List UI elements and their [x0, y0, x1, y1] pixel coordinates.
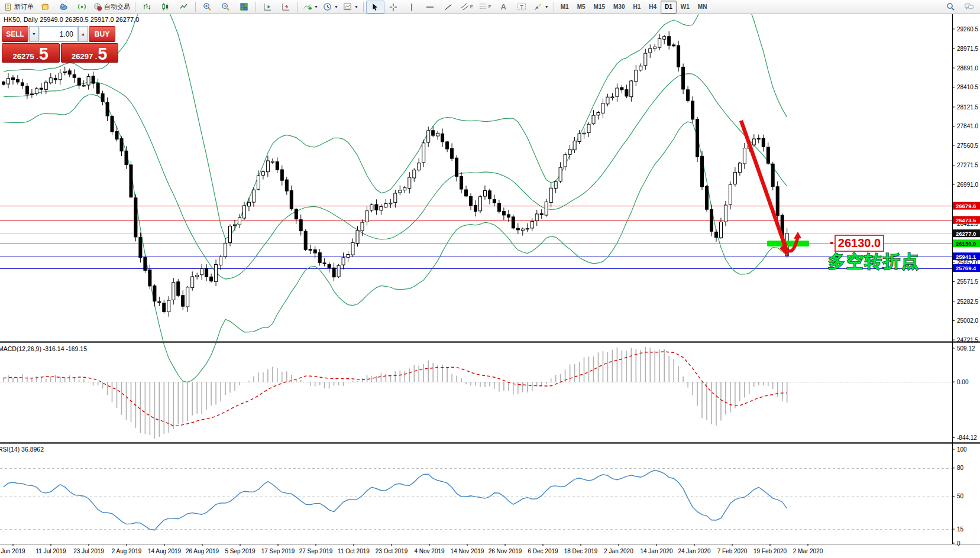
chart-shift-button[interactable]: [258, 1, 277, 14]
buy-price[interactable]: 26297 . 5: [61, 43, 119, 63]
channel-tool-button[interactable]: E: [458, 1, 476, 14]
buy-button[interactable]: BUY: [89, 26, 115, 42]
caret-down-icon: ▼: [314, 5, 318, 9]
mt4-window: 26130.0多空转折点MACD(12,26,9) -316.14 -169.1…: [0, 0, 980, 558]
svg-text:25282.5: 25282.5: [957, 299, 979, 305]
clock-icon: [323, 2, 332, 11]
svg-text:27271.5: 27271.5: [957, 162, 979, 168]
sell-price[interactable]: 26275 . 5: [2, 43, 60, 63]
add-indicator-icon: [303, 2, 312, 11]
svg-text:28410.5: 28410.5: [957, 84, 979, 90]
crosshair-tool-button[interactable]: [384, 1, 403, 14]
sell-button[interactable]: SELL: [2, 26, 28, 42]
timeframe-w1[interactable]: W1: [677, 1, 694, 14]
auto-trading-icon: [93, 2, 102, 11]
macd-label: MACD(12,26,9) -316.14 -169.15: [0, 345, 87, 352]
caret-down-icon: ▼: [334, 5, 338, 9]
horizontal-line-tool-button[interactable]: [421, 1, 439, 14]
svg-text:7 Feb 2020: 7 Feb 2020: [717, 548, 748, 554]
cn-annotation: 多空转折点: [828, 252, 920, 271]
timeframe-h1[interactable]: H1: [629, 1, 645, 14]
fibonacci-tool-button[interactable]: F: [476, 1, 494, 14]
price-callout: 26130.0: [835, 235, 884, 251]
zoom-in-button[interactable]: [198, 1, 216, 14]
timeframe-m5[interactable]: M5: [573, 1, 590, 14]
chart-title: HK50, Daily 25949.0 26350.5 25917.0 2627…: [4, 16, 139, 23]
svg-text:2 Mar 2020: 2 Mar 2020: [793, 548, 823, 554]
svg-text:26 Aug 2019: 26 Aug 2019: [186, 548, 219, 554]
timeframe-d1[interactable]: D1: [661, 1, 677, 14]
svg-text:24721.5: 24721.5: [957, 337, 979, 343]
svg-text:27 Sep 2019: 27 Sep 2019: [299, 548, 333, 554]
svg-text:5 Sep 2019: 5 Sep 2019: [225, 548, 255, 554]
toolbar-separator: [255, 2, 256, 12]
search-button[interactable]: [942, 1, 960, 14]
new-order-label: 新订单: [14, 2, 34, 11]
zoom-in-icon: [203, 2, 212, 11]
svg-text:26277.0: 26277.0: [956, 231, 976, 237]
svg-text:26130.0: 26130.0: [956, 241, 976, 247]
buy-price-big: 5: [98, 47, 107, 61]
svg-text:19 Feb 2020: 19 Feb 2020: [753, 548, 787, 554]
timeframe-m30[interactable]: M30: [609, 1, 629, 14]
svg-text:-844.12: -844.12: [957, 434, 977, 441]
svg-text:28121.5: 28121.5: [957, 104, 979, 111]
tile-windows-button[interactable]: [235, 1, 253, 14]
templates-button[interactable]: ▼: [341, 1, 361, 14]
volume-increase-button[interactable]: ▲: [78, 26, 88, 42]
text-label-tool-button[interactable]: T: [513, 1, 531, 14]
arrows-tool-button[interactable]: ▼: [531, 1, 551, 14]
auto-trading-button[interactable]: 自动交易: [91, 1, 132, 14]
svg-text:17 Sep 2019: 17 Sep 2019: [261, 548, 295, 554]
svg-text:0: 0: [957, 540, 960, 547]
svg-text:15: 15: [957, 526, 964, 533]
svg-text:27841.0: 27841.0: [957, 123, 979, 129]
signals-button[interactable]: [73, 1, 91, 14]
svg-text:23 Oct 2019: 23 Oct 2019: [376, 548, 408, 554]
chat-icon: [964, 2, 974, 11]
svg-text:23 Jul 2019: 23 Jul 2019: [73, 548, 104, 554]
caret-down-icon: ▼: [545, 5, 549, 9]
price-tag: 26277.0: [953, 229, 980, 237]
chart-autoscroll-button[interactable]: [277, 1, 295, 14]
terminal-icon: [59, 2, 68, 11]
svg-text:80: 80: [957, 465, 964, 471]
toolbar: 新订单 自动交易: [0, 0, 980, 14]
timeframe-m15[interactable]: M15: [590, 1, 609, 14]
market-watch-button[interactable]: [54, 1, 73, 14]
svg-text:14 Aug 2019: 14 Aug 2019: [148, 548, 182, 554]
sell-price-big: 5: [39, 47, 48, 61]
cursor-tool-button[interactable]: [366, 1, 384, 14]
templates-icon: [343, 2, 352, 11]
timeframe-mn[interactable]: MN: [694, 1, 711, 14]
price-tag: 25941.1: [953, 252, 980, 260]
bar-chart-button[interactable]: [138, 1, 156, 14]
zoom-out-button[interactable]: [216, 1, 235, 14]
new-order-button[interactable]: 新订单: [2, 1, 36, 14]
svg-text:25769.4: 25769.4: [956, 265, 976, 271]
arrows-tool-icon: [533, 2, 542, 11]
timeframe-m1[interactable]: M1: [557, 1, 573, 14]
tile-windows-icon: [240, 2, 248, 11]
svg-text:Jun 2019: Jun 2019: [1, 548, 25, 554]
line-chart-button[interactable]: [174, 1, 193, 14]
caret-down-icon: ▼: [354, 5, 358, 9]
price-tag: 26130.0: [953, 239, 980, 247]
svg-text:4 Nov 2019: 4 Nov 2019: [414, 548, 445, 554]
svg-text:26473.5: 26473.5: [956, 217, 976, 223]
svg-text:509.12: 509.12: [957, 345, 975, 352]
candlestick-chart-button[interactable]: [156, 1, 174, 14]
volume-decrease-button[interactable]: ▼: [29, 26, 39, 42]
trendline-tool-button[interactable]: [439, 1, 458, 14]
add-indicator-button[interactable]: ▼: [300, 1, 321, 14]
vertical-line-tool-button[interactable]: [403, 1, 421, 14]
chat-button[interactable]: [960, 1, 978, 14]
navigator-button[interactable]: [36, 1, 54, 14]
timeframe-h4[interactable]: H4: [645, 1, 661, 14]
svg-text:6 Dec 2019: 6 Dec 2019: [528, 548, 558, 554]
fibonacci-icon: [479, 2, 488, 11]
text-tool-button[interactable]: A: [494, 1, 513, 14]
periods-button[interactable]: ▼: [321, 1, 341, 14]
volume-input[interactable]: 1.00: [40, 26, 77, 42]
chart-canvas: 26130.0多空转折点MACD(12,26,9) -316.14 -169.1…: [0, 0, 980, 558]
